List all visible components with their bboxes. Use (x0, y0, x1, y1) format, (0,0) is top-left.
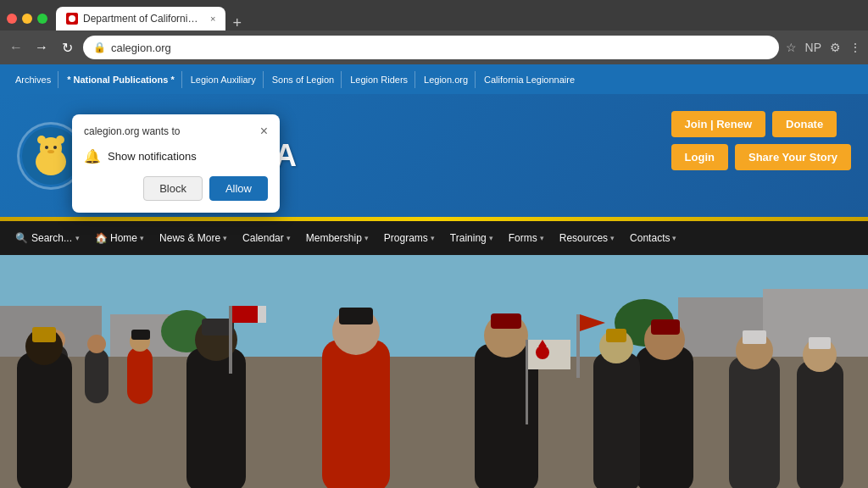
nav-resources[interactable]: Resources ▾ (553, 221, 621, 255)
nav-california-legionnaire[interactable]: California Legionnaire (477, 71, 581, 88)
nav-training[interactable]: Training ▾ (443, 221, 500, 255)
popup-header: calegion.org wants to × (72, 114, 280, 143)
share-story-button[interactable]: Share Your Story (735, 144, 851, 170)
notification-row: 🔔 Show notifications (84, 148, 268, 164)
membership-caret: ▾ (364, 234, 369, 242)
main-navigation: 🔍 Search... ▾ 🏠 Home ▾ News & More ▾ Cal… (0, 221, 868, 255)
nav-legion-auxiliary[interactable]: Legion Auxiliary (184, 71, 264, 88)
notification-popup: calegion.org wants to × 🔔 Show notificat… (72, 114, 280, 213)
url-bar[interactable]: 🔒 calegion.org (83, 36, 779, 59)
svg-rect-57 (0, 255, 868, 488)
tab-favicon (66, 13, 78, 25)
hero-photo (0, 255, 868, 488)
nav-contacts[interactable]: Contacts ▾ (623, 221, 683, 255)
nav-news[interactable]: News & More ▾ (153, 221, 234, 255)
star-icon[interactable]: ☆ (786, 41, 797, 54)
nav-programs[interactable]: Programs ▾ (377, 221, 442, 255)
nav-calendar[interactable]: Calendar ▾ (236, 221, 298, 255)
svg-point-0 (69, 15, 75, 22)
new-tab-button[interactable]: + (232, 15, 242, 30)
lock-icon: 🔒 (93, 42, 106, 53)
nav-forms[interactable]: Forms ▾ (502, 221, 551, 255)
forward-button[interactable]: → (32, 40, 51, 55)
popup-close-button[interactable]: × (260, 125, 268, 138)
minimize-button[interactable] (22, 14, 32, 24)
tab-bar: Department of California, The... × + (56, 7, 861, 30)
nav-home[interactable]: 🏠 Home ▾ (88, 221, 151, 255)
bell-icon: 🔔 (84, 148, 101, 164)
nav-legion-org[interactable]: Legion.org (417, 71, 476, 88)
tab-title: Department of California, The... (83, 13, 202, 25)
tab-close-button[interactable]: × (210, 14, 215, 24)
join-renew-button[interactable]: Join | Renew (671, 111, 766, 137)
home-icon: 🏠 (95, 232, 108, 244)
resources-caret: ▾ (610, 234, 615, 242)
browser-chrome: Department of California, The... × + ← →… (0, 0, 868, 488)
profile-icon[interactable]: NP (805, 41, 821, 54)
training-caret: ▾ (489, 234, 493, 242)
nav-archives[interactable]: Archives (8, 71, 58, 88)
search-icon: 🔍 (15, 232, 28, 244)
donate-button[interactable]: Donate (772, 111, 837, 137)
programs-caret: ▾ (431, 234, 435, 242)
hero-action-buttons: Join | Renew Donate Login Share Your Sto… (671, 111, 851, 170)
svg-point-4 (37, 136, 46, 144)
nav-national-publications[interactable]: * National Publications * (60, 71, 182, 88)
nav-search[interactable]: 🔍 Search... ▾ (8, 221, 86, 255)
nav-legion-riders[interactable]: Legion Riders (343, 71, 415, 88)
traffic-lights (7, 14, 47, 24)
url-text: calegion.org (111, 42, 171, 54)
popup-body: 🔔 Show notifications Block Allow (72, 143, 280, 213)
back-button[interactable]: ← (7, 40, 25, 55)
contacts-caret: ▾ (672, 234, 676, 242)
svg-point-7 (53, 146, 57, 149)
primary-buttons: Join | Renew Donate (671, 111, 851, 137)
login-button[interactable]: Login (671, 144, 728, 170)
extensions-icon[interactable]: ⚙ (830, 41, 841, 54)
svg-point-8 (47, 150, 54, 153)
search-caret: ▾ (75, 234, 80, 242)
popup-action-buttons: Block Allow (84, 176, 268, 201)
title-bar: Department of California, The... × + (0, 0, 868, 30)
forms-caret: ▾ (540, 234, 544, 242)
secondary-buttons: Login Share Your Story (671, 144, 851, 170)
svg-point-6 (45, 146, 48, 149)
notification-label: Show notifications (108, 150, 197, 163)
allow-button[interactable]: Allow (209, 176, 268, 201)
home-caret: ▾ (140, 234, 144, 242)
news-caret: ▾ (223, 234, 227, 242)
close-button[interactable] (7, 14, 17, 24)
address-bar-icons: ☆ NP ⚙ ⋮ (786, 41, 861, 54)
nav-membership[interactable]: Membership ▾ (299, 221, 376, 255)
address-bar: ← → ↻ 🔒 calegion.org ☆ NP ⚙ ⋮ (0, 30, 868, 64)
active-tab[interactable]: Department of California, The... × (56, 7, 225, 30)
nav-sons-of-legion[interactable]: Sons of Legion (265, 71, 342, 88)
calendar-caret: ▾ (287, 234, 291, 242)
block-button[interactable]: Block (143, 176, 203, 201)
top-navigation: Archives * National Publications * Legio… (0, 64, 868, 94)
refresh-button[interactable]: ↻ (58, 40, 76, 56)
veterans-photo-svg (0, 255, 868, 488)
maximize-button[interactable] (37, 14, 47, 24)
popup-site-text: calegion.org wants to (84, 125, 180, 137)
menu-icon[interactable]: ⋮ (849, 41, 861, 54)
svg-point-5 (56, 136, 64, 144)
